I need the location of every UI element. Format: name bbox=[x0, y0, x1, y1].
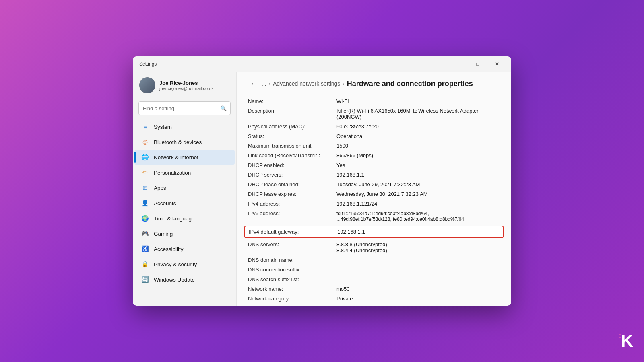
sidebar-item-personalization[interactable]: ✏ Personalization bbox=[134, 165, 235, 180]
prop-dhcp-enabled: DHCP enabled: Yes bbox=[248, 160, 500, 170]
prop-label-dhcp-expires: DHCP lease expires: bbox=[248, 191, 336, 197]
prop-label-dns-search: DNS search suffix list: bbox=[248, 276, 336, 282]
prop-dhcp-obtained: DHCP lease obtained: Tuesday, June 29, 2… bbox=[248, 180, 500, 189]
prop-label-mac: Physical address (MAC): bbox=[248, 123, 336, 130]
sidebar-item-gaming-label: Gaming bbox=[154, 231, 173, 237]
sidebar-item-accessibility-label: Accessibility bbox=[154, 246, 184, 252]
sidebar-item-apps-label: Apps bbox=[154, 185, 166, 191]
sidebar-item-bluetooth[interactable]: ◎ Bluetooth & devices bbox=[134, 135, 235, 149]
prop-value-link-speed: 866/866 (Mbps) bbox=[336, 152, 500, 158]
prop-label-name: Name: bbox=[248, 98, 336, 104]
sidebar-item-time[interactable]: 🌍 Time & language bbox=[134, 211, 235, 226]
user-info: Joe Rice-Jones joericejones@hotmail.co.u… bbox=[159, 80, 214, 91]
prop-label-ipv4-gateway: IPv4 default gateway: bbox=[249, 229, 337, 235]
accessibility-icon: ♿ bbox=[141, 245, 149, 253]
prop-network-category: Network category: Private bbox=[248, 294, 500, 304]
breadcrumb-sep-2: › bbox=[343, 81, 344, 87]
user-profile[interactable]: Joe Rice-Jones joericejones@hotmail.co.u… bbox=[133, 72, 236, 99]
user-email: joericejones@hotmail.co.uk bbox=[159, 86, 214, 91]
network-icon: 🌐 bbox=[141, 153, 149, 161]
accounts-icon: 👤 bbox=[141, 199, 149, 207]
sidebar-item-network[interactable]: 🌐 Network & internet bbox=[134, 150, 235, 165]
back-button[interactable]: ← bbox=[248, 78, 259, 89]
prop-value-connectivity: Connected to Internet / Connected to unk… bbox=[336, 305, 500, 306]
prop-dns-domain: DNS domain name: bbox=[248, 255, 500, 265]
prop-value-ipv6: fd f1:2195:34a7:1:ed94:ce0f:4ab8:d8bd/64… bbox=[336, 211, 500, 222]
page-title: Hardware and connection properties bbox=[347, 80, 473, 88]
prop-label-ipv4: IPv4 address: bbox=[248, 201, 336, 207]
prop-description: Description: Killer(R) Wi-Fi 6 AX1650x 1… bbox=[248, 106, 500, 122]
time-icon: 🌍 bbox=[141, 214, 149, 222]
settings-window: Settings ─ □ ✕ Joe Rice-Jones joericejon… bbox=[133, 56, 511, 306]
prop-label-dhcp-enabled: DHCP enabled: bbox=[248, 162, 336, 168]
sidebar-item-accessibility[interactable]: ♿ Accessibility bbox=[134, 242, 235, 256]
bluetooth-icon: ◎ bbox=[141, 138, 149, 146]
window-controls: ─ □ ✕ bbox=[449, 58, 506, 70]
prop-label-mtu: Maximum transmission unit: bbox=[248, 143, 336, 149]
privacy-icon: 🔒 bbox=[141, 260, 149, 268]
prop-value-dhcp-servers: 192.168.1.1 bbox=[336, 172, 500, 178]
prop-value-ipv4-gateway: 192.168.1.1 bbox=[337, 229, 499, 235]
sidebar-item-time-label: Time & language bbox=[154, 216, 195, 222]
prop-value-network-category: Private bbox=[336, 296, 500, 302]
sidebar-item-apps[interactable]: ⊞ Apps bbox=[134, 181, 235, 195]
prop-value-dhcp-obtained: Tuesday, June 29, 2021 7:32:23 AM bbox=[336, 181, 500, 187]
prop-dns-search: DNS search suffix list: bbox=[248, 275, 500, 284]
prop-label-dhcp-servers: DHCP servers: bbox=[248, 172, 336, 178]
sidebar: Joe Rice-Jones joericejones@hotmail.co.u… bbox=[133, 72, 237, 306]
prop-value-mac: 50:e0:85:e3:7e:20 bbox=[336, 123, 500, 130]
prop-label-dhcp-obtained: DHCP lease obtained: bbox=[248, 181, 336, 187]
sidebar-item-accounts-label: Accounts bbox=[154, 200, 176, 206]
update-icon: 🔄 bbox=[141, 276, 149, 284]
prop-label-network-category: Network category: bbox=[248, 296, 336, 302]
prop-mac: Physical address (MAC): 50:e0:85:e3:7e:2… bbox=[248, 122, 500, 132]
minimize-button[interactable]: ─ bbox=[449, 58, 468, 70]
window-title: Settings bbox=[138, 61, 449, 67]
prop-value-dhcp-enabled: Yes bbox=[336, 162, 500, 168]
prop-value-network-name: mo50 bbox=[336, 286, 500, 292]
sidebar-item-accounts[interactable]: 👤 Accounts bbox=[134, 196, 235, 210]
breadcrumb-dots[interactable]: ... bbox=[262, 80, 266, 87]
system-icon: 🖥 bbox=[141, 123, 149, 131]
gaming-icon: 🎮 bbox=[141, 230, 149, 238]
avatar bbox=[139, 77, 155, 93]
sidebar-item-network-label: Network & internet bbox=[154, 154, 198, 160]
prop-name: Name: Wi-Fi bbox=[248, 97, 500, 106]
prop-dhcp-servers: DHCP servers: 192.168.1.1 bbox=[248, 170, 500, 180]
sidebar-item-update-label: Windows Update bbox=[154, 277, 195, 283]
prop-ipv4: IPv4 address: 192.168.1.121/24 bbox=[248, 199, 500, 209]
search-wrap: 🔍 bbox=[138, 101, 231, 115]
prop-value-description: Killer(R) Wi-Fi 6 AX1650x 160MHz Wireles… bbox=[336, 108, 500, 120]
prop-value-dhcp-expires: Wednesday, June 30, 2021 7:32:23 AM bbox=[336, 191, 500, 197]
watermark-dots: ⁚ bbox=[619, 333, 620, 339]
sidebar-item-system-label: System bbox=[154, 124, 172, 130]
maximize-button[interactable]: □ bbox=[469, 58, 487, 70]
user-name: Joe Rice-Jones bbox=[159, 80, 214, 86]
sidebar-item-system[interactable]: 🖥 System bbox=[134, 119, 235, 134]
search-container: 🔍 bbox=[133, 99, 236, 119]
sidebar-item-gaming[interactable]: 🎮 Gaming bbox=[134, 226, 235, 241]
watermark-letter: K bbox=[621, 331, 633, 350]
prop-value-dns-servers: 8.8.8.8 (Unencrypted)8.8.4.4 (Unencrypte… bbox=[336, 241, 500, 253]
prop-value-name: Wi-Fi bbox=[336, 98, 500, 104]
prop-connectivity: Connectivity (IPv4/IPv6): Connected to I… bbox=[248, 304, 500, 306]
prop-label-ipv6: IPv6 address: bbox=[248, 210, 336, 216]
close-button[interactable]: ✕ bbox=[488, 58, 506, 70]
prop-ipv6: IPv6 address: fd f1:2195:34a7:1:ed94:ce0… bbox=[248, 209, 500, 224]
breadcrumb-link[interactable]: Advanced network settings bbox=[273, 80, 340, 87]
prop-label-connectivity: Connectivity (IPv4/IPv6): bbox=[248, 305, 336, 306]
search-input[interactable] bbox=[138, 101, 231, 115]
prop-label-status: Status: bbox=[248, 133, 336, 139]
properties-section: Name: Wi-Fi Description: Killer(R) Wi-Fi… bbox=[237, 93, 511, 306]
sidebar-item-personalization-label: Personalization bbox=[154, 170, 191, 176]
prop-network-name: Network name: mo50 bbox=[248, 284, 500, 294]
prop-link-speed: Link speed (Receive/Transmit): 866/866 (… bbox=[248, 151, 500, 160]
prop-mtu: Maximum transmission unit: 1500 bbox=[248, 141, 500, 151]
sidebar-item-privacy[interactable]: 🔒 Privacy & security bbox=[134, 257, 235, 272]
apps-icon: ⊞ bbox=[141, 184, 149, 192]
prop-label-dns-suffix: DNS connection suffix: bbox=[248, 267, 336, 273]
prop-value-ipv4: 192.168.1.121/24 bbox=[336, 201, 500, 207]
sidebar-item-privacy-label: Privacy & security bbox=[154, 261, 197, 267]
sidebar-item-update[interactable]: 🔄 Windows Update bbox=[134, 272, 235, 287]
prop-label-dns-servers: DNS servers: bbox=[248, 241, 336, 247]
